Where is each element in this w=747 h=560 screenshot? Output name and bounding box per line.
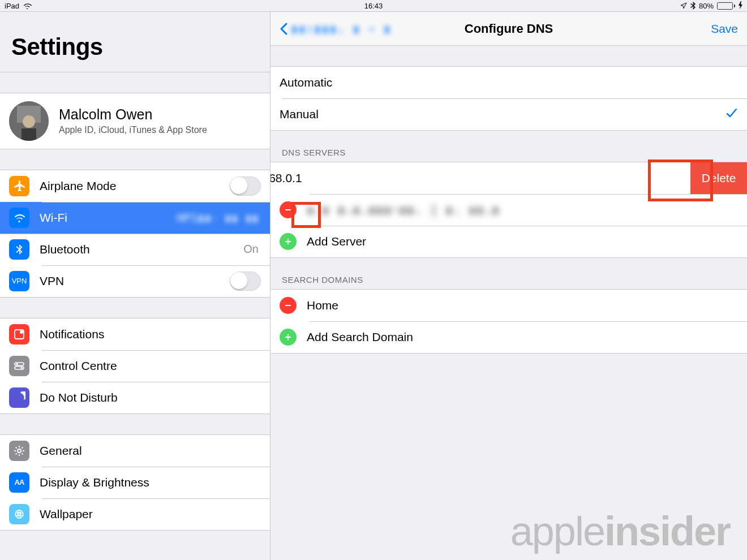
svg-rect-17 <box>285 241 291 242</box>
watermark: appleinsider <box>510 508 730 554</box>
sidebar-item-general[interactable]: General <box>0 435 270 467</box>
svg-point-12 <box>18 513 20 515</box>
location-icon <box>680 2 687 9</box>
add-search-domain[interactable]: Add Search Domain <box>271 321 747 353</box>
dnd-icon <box>9 387 29 408</box>
control-centre-icon <box>9 356 29 376</box>
search-domains-header: SEARCH DOMAINS <box>271 258 747 289</box>
general-icon <box>9 441 29 461</box>
svg-rect-15 <box>285 209 291 210</box>
account-row[interactable]: Malcolm Owen Apple ID, iCloud, iTunes & … <box>0 93 270 149</box>
settings-sidebar: Settings Malcolm Owen Apple ID, iCloud, … <box>0 12 271 560</box>
wallpaper-icon <box>9 504 29 524</box>
back-button[interactable]: ▮▮:▮▮▮. ▮ - ▮ <box>280 22 391 36</box>
sidebar-item-wallpaper[interactable]: Wallpaper <box>0 498 270 530</box>
device-label: iPad <box>5 2 19 10</box>
wifi-icon <box>23 2 32 9</box>
sidebar-item-bluetooth[interactable]: Bluetooth On <box>0 234 270 265</box>
svg-rect-3 <box>22 128 36 141</box>
nav-title: Configure DNS <box>465 21 553 36</box>
svg-rect-20 <box>285 337 291 338</box>
save-button[interactable]: Save <box>711 22 738 36</box>
sidebar-item-wifi[interactable]: Wi-Fi HP1▮▮- ▮▮ ▮▮ <box>0 202 270 234</box>
avatar <box>9 101 49 141</box>
notifications-icon <box>9 324 29 344</box>
search-domain-row-1[interactable]: Home <box>271 290 747 321</box>
mode-automatic[interactable]: Automatic <box>271 67 747 98</box>
svg-rect-18 <box>285 305 291 306</box>
remove-icon[interactable] <box>280 297 297 314</box>
vpn-icon: VPN <box>9 271 29 291</box>
airplane-toggle[interactable] <box>230 176 261 196</box>
charging-icon <box>739 1 742 11</box>
mode-manual[interactable]: Manual <box>271 98 747 130</box>
status-time: 16:43 <box>364 2 383 10</box>
sidebar-item-vpn[interactable]: VPN VPN <box>0 265 270 297</box>
detail-pane: ▮▮:▮▮▮. ▮ - ▮ Configure DNS Save Automat… <box>271 12 747 560</box>
sidebar-title: Settings <box>0 12 270 72</box>
bluetooth-status: On <box>243 243 259 256</box>
dns-server-row-1[interactable]: 2.168.0.1 Delete <box>271 162 747 194</box>
sidebar-item-airplane[interactable]: Airplane Mode <box>0 170 270 202</box>
svg-point-9 <box>20 367 23 369</box>
vpn-toggle[interactable] <box>230 272 261 291</box>
airplane-icon <box>9 176 29 196</box>
svg-point-2 <box>23 115 35 128</box>
sidebar-item-display[interactable]: AA Display & Brightness <box>0 467 270 498</box>
add-icon <box>280 329 297 346</box>
svg-point-5 <box>20 330 23 334</box>
display-icon: AA <box>9 472 29 493</box>
bluetooth-icon <box>690 2 696 10</box>
dns-servers-header: DNS SERVERS <box>271 131 747 162</box>
bluetooth-settings-icon <box>9 239 29 260</box>
sidebar-item-control-centre[interactable]: Control Centre <box>0 350 270 382</box>
svg-point-11 <box>15 510 23 518</box>
battery-icon <box>717 2 735 10</box>
checkmark-icon <box>725 107 738 122</box>
add-dns-server[interactable]: Add Server <box>271 226 747 257</box>
sidebar-item-notifications[interactable]: Notifications <box>0 318 270 350</box>
back-label: ▮▮:▮▮▮. ▮ - ▮ <box>291 22 391 36</box>
wifi-network-name: HP1▮▮- ▮▮ ▮▮ <box>177 211 259 225</box>
nav-bar: ▮▮:▮▮▮. ▮ - ▮ Configure DNS Save <box>271 12 747 46</box>
remove-icon[interactable] <box>280 201 297 218</box>
account-sub: Apple ID, iCloud, iTunes & App Store <box>59 125 207 135</box>
battery-percent: 80% <box>699 2 714 10</box>
account-name: Malcolm Owen <box>59 106 207 123</box>
status-bar: iPad 16:43 80% <box>0 0 747 11</box>
add-icon <box>280 233 297 250</box>
svg-point-10 <box>18 449 21 453</box>
svg-point-7 <box>16 363 18 365</box>
sidebar-item-dnd[interactable]: Do Not Disturb <box>0 382 270 413</box>
wifi-settings-icon <box>9 208 29 228</box>
dns-server-row-2[interactable]: ▮.▮ ▮.▮.▮▮▮-▮▮. | ▮. ▮▮.▮ <box>271 194 747 226</box>
delete-button[interactable]: Delete <box>690 162 747 194</box>
